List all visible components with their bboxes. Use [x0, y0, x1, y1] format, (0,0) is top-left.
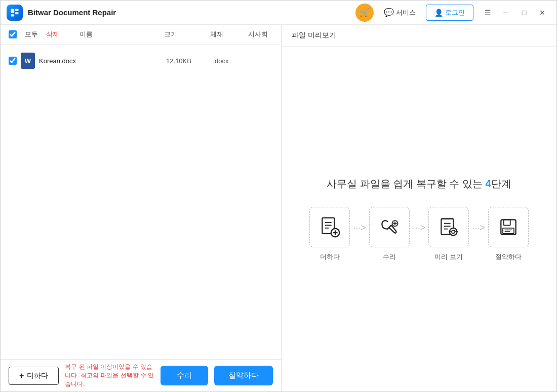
titlebar: Bitwar Document Repair 🛒 💬 서비스 👤 로그인 ☰ ─…	[1, 1, 556, 25]
select-all-checkbox[interactable]	[9, 30, 17, 38]
step-repair: 수리	[369, 207, 410, 262]
svg-rect-1	[15, 9, 19, 11]
preview-header: 파일 미리보기	[282, 25, 556, 47]
window-controls: ☰ ─ □ ✕	[480, 5, 550, 21]
login-button[interactable]: 👤 로그인	[426, 5, 473, 21]
file-name: Korean.docx	[39, 57, 154, 65]
step-repair-label: 수리	[383, 252, 396, 262]
repair-icon	[378, 216, 401, 238]
file-checkbox[interactable]	[9, 57, 17, 65]
minimize-button[interactable]: ─	[498, 5, 514, 21]
file-list: W Korean.docx 12.10KB .docx	[1, 45, 281, 359]
arrow-1: ···>	[350, 223, 369, 233]
step-preview: 미리 보기	[428, 207, 469, 262]
service-button[interactable]: 💬 서비스	[378, 5, 422, 20]
file-size: 12.10KB	[158, 57, 199, 65]
step-add-label: 더하다	[320, 252, 340, 262]
step-add: 더하다	[309, 207, 350, 262]
left-panel: 모두 삭제 이름 크기 체재 시사회 W Korean.docx 12.10KB…	[1, 25, 282, 391]
repair-button[interactable]: 수리	[161, 366, 208, 385]
col-size-header: 크기	[150, 30, 191, 39]
step-preview-icon-box	[428, 207, 469, 247]
svg-rect-24	[504, 220, 510, 225]
close-button[interactable]: ✕	[534, 5, 550, 21]
select-all-label: 모두	[25, 30, 38, 39]
plus-icon: +	[19, 371, 24, 380]
add-doc-icon	[319, 216, 341, 238]
menu-button[interactable]: ☰	[480, 5, 496, 21]
right-panel: 파일 미리보기 사무실 파일을 쉽게 복구할 수 있는 4단계	[282, 25, 556, 391]
save-icon	[497, 216, 520, 238]
col-name-header: 이름	[79, 30, 142, 39]
steps-title: 사무실 파일을 쉽게 복구할 수 있는 4단계	[327, 177, 511, 191]
preview-body: 사무실 파일을 쉽게 복구할 수 있는 4단계	[282, 47, 556, 391]
chat-icon: 💬	[384, 8, 394, 17]
main-content: 모두 삭제 이름 크기 체재 시사회 W Korean.docx 12.10KB…	[1, 25, 556, 391]
add-button[interactable]: + 더하다	[9, 367, 59, 385]
save-button[interactable]: 절약하다	[214, 366, 273, 385]
steps-row: 더하다 ···>	[309, 207, 529, 262]
arrow-3: ···>	[469, 223, 488, 233]
app-logo	[7, 5, 23, 21]
step-repair-icon-box	[369, 207, 410, 247]
col-type-header: 체재	[199, 30, 234, 39]
table-row: W Korean.docx 12.10KB .docx	[1, 49, 281, 73]
arrow-2: ···>	[410, 223, 429, 233]
svg-rect-2	[15, 12, 19, 14]
user-icon: 👤	[434, 9, 443, 17]
main-window: Bitwar Document Repair 🛒 💬 서비스 👤 로그인 ☰ ─…	[0, 0, 557, 392]
step-save-icon-box	[488, 207, 529, 247]
delete-button[interactable]: 삭제	[46, 30, 59, 39]
col-preview-header: 시사회	[243, 30, 273, 39]
app-title: Bitwar Document Repair	[28, 8, 355, 17]
step-preview-label: 미리 보기	[434, 252, 463, 262]
maximize-button[interactable]: □	[516, 5, 532, 21]
bottom-bar: + 더하다 복구 된 파일 이상이있을 수 있습니다. 최고의 파일을 선택할 …	[1, 359, 281, 391]
preview-icon	[437, 216, 460, 238]
svg-rect-25	[503, 228, 514, 233]
step-add-icon-box	[309, 207, 350, 247]
titlebar-actions: 🛒 💬 서비스 👤 로그인	[355, 4, 473, 22]
file-type: .docx	[203, 57, 238, 65]
svg-rect-3	[11, 14, 15, 16]
shop-icon: 🛒	[360, 8, 370, 17]
file-list-header: 모두 삭제 이름 크기 체재 시사회	[1, 25, 281, 45]
file-type-icon: W	[21, 53, 35, 69]
step-save-label: 절약하다	[495, 252, 522, 262]
hint-text: 복구 된 파일 이상이있을 수 있습니다. 최고의 파일을 선택할 수 있습니다…	[65, 363, 154, 388]
shop-button[interactable]: 🛒	[355, 4, 374, 22]
step-save: 절약하다	[488, 207, 529, 262]
svg-rect-0	[11, 9, 15, 13]
